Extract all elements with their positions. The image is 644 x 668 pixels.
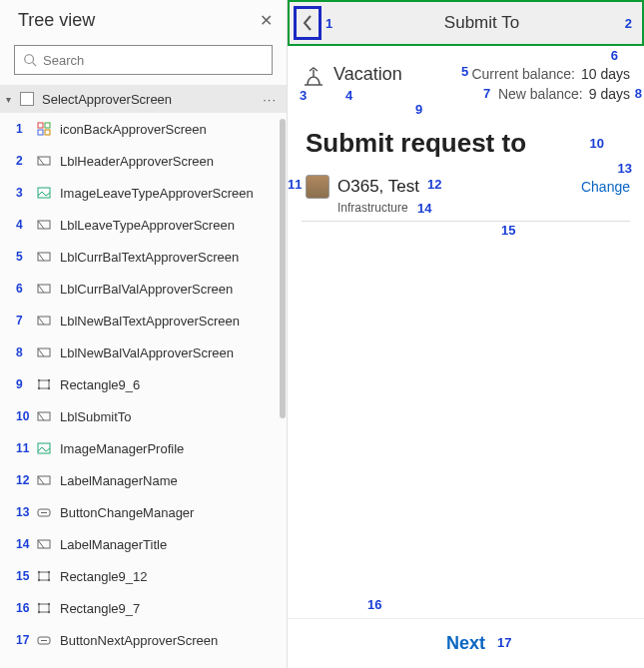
close-icon[interactable]: ✕ <box>260 11 273 30</box>
button-icon <box>36 504 52 520</box>
svg-rect-33 <box>39 572 49 580</box>
annotation: 10 <box>590 136 604 151</box>
annotation: 14 <box>16 537 29 551</box>
svg-point-41 <box>38 611 40 613</box>
tree-item[interactable]: 6LblCurrBalValApproverScreen <box>0 273 287 305</box>
next-label: Next <box>446 633 485 653</box>
label-icon <box>36 249 52 265</box>
svg-rect-2 <box>38 123 43 128</box>
tree-root[interactable]: ▾ SelectApproverScreen ··· <box>0 85 287 113</box>
tree-item-label: LblNewBalTextApproverScreen <box>60 314 240 329</box>
annotation: 3 <box>300 88 307 103</box>
image-icon <box>36 185 52 201</box>
tree-item[interactable]: 16Rectangle9_7 <box>0 592 287 624</box>
annotation: 9 <box>16 377 23 391</box>
search-box[interactable] <box>14 45 273 75</box>
svg-line-16 <box>38 317 44 325</box>
svg-rect-8 <box>38 188 50 198</box>
tree-item[interactable]: 11ImageManagerProfile <box>0 432 287 464</box>
scrollbar-thumb[interactable] <box>280 119 286 418</box>
manager-title: Infrastructure <box>288 201 644 215</box>
svg-line-18 <box>38 348 44 356</box>
label-icon <box>36 344 52 360</box>
svg-rect-9 <box>38 221 50 229</box>
svg-rect-15 <box>38 317 50 325</box>
tree-item[interactable]: 9Rectangle9_6 <box>0 368 287 400</box>
svg-line-1 <box>33 63 37 67</box>
tree-item[interactable]: 17ButtonNextApproverScreen <box>0 624 287 656</box>
label-icon <box>36 472 52 488</box>
tree-body[interactable]: ▾ SelectApproverScreen ··· 1iconBackAppr… <box>0 85 287 668</box>
tree-item[interactable]: 7LblNewBalTextApproverScreen <box>0 305 287 336</box>
svg-rect-17 <box>38 348 50 356</box>
tree-item[interactable]: 8LblNewBalValApproverScreen <box>0 336 287 368</box>
leave-type-label: Vacation <box>333 64 402 85</box>
app-canvas: Submit To 1 2 Vacation Current balance: … <box>288 0 644 668</box>
manager-row: 11 O365, Test 12 Change 13 <box>288 167 644 201</box>
tree-item[interactable]: 14LabelManagerTitle <box>0 528 287 560</box>
search-input[interactable] <box>37 53 264 68</box>
change-button[interactable]: Change <box>581 179 630 195</box>
svg-point-36 <box>38 579 40 581</box>
tree-item-label: ImageManagerProfile <box>60 441 184 456</box>
annotation: 15 <box>16 569 29 583</box>
tree-item-label: LblLeaveTypeApproverScreen <box>60 218 235 233</box>
annotation: 4 <box>345 88 352 103</box>
tree-item[interactable]: 10LblSubmitTo <box>0 400 287 432</box>
tree-item[interactable]: 1iconBackApproverScreen <box>0 113 287 145</box>
tree-item-label: iconBackApproverScreen <box>60 122 207 137</box>
tree-item[interactable]: 12LabelManagerName <box>0 464 287 496</box>
tree-item[interactable]: 15Rectangle9_12 <box>0 560 287 592</box>
svg-point-37 <box>48 579 50 581</box>
image-icon <box>36 440 52 456</box>
tree-header: Tree view ✕ <box>0 0 287 41</box>
chevron-left-icon <box>302 14 314 32</box>
svg-point-42 <box>48 611 50 613</box>
tree-item-label: LblHeaderApproverScreen <box>60 154 214 169</box>
balances-row: Vacation Current balance: 10 days New ba… <box>288 46 644 110</box>
back-button[interactable] <box>294 6 322 40</box>
tree-item-label: ImageLeaveTypeApproverScreen <box>60 186 254 201</box>
tree-item[interactable]: 13ButtonChangeManager <box>0 496 287 528</box>
tree-item[interactable]: 4LblLeaveTypeApproverScreen <box>0 209 287 241</box>
tree-item[interactable]: 3ImageLeaveTypeApproverScreen <box>0 177 287 209</box>
rect-icon <box>36 600 52 616</box>
screen-icon <box>20 92 34 106</box>
label-icon <box>36 217 52 233</box>
curr-bal-value: 10 days <box>581 64 630 84</box>
svg-point-20 <box>38 379 40 381</box>
tree-item-label: Rectangle9_6 <box>60 377 140 392</box>
annotation: 1 <box>16 122 23 136</box>
annotation: 2 <box>16 154 23 168</box>
svg-rect-19 <box>39 380 49 388</box>
svg-point-23 <box>48 387 50 389</box>
label-icon <box>36 408 52 424</box>
annotation: 8 <box>635 86 642 101</box>
annotation: 16 <box>367 597 381 612</box>
tree-item[interactable]: 5LblCurrBalTextApproverScreen <box>0 241 287 273</box>
tree-item[interactable]: 2LblHeaderApproverScreen <box>0 145 287 177</box>
svg-rect-3 <box>45 123 50 128</box>
svg-rect-24 <box>38 412 50 420</box>
tree-item-label: Rectangle9_7 <box>60 601 140 616</box>
annotation: 12 <box>16 473 29 487</box>
svg-rect-4 <box>38 130 43 135</box>
next-button[interactable]: Next 17 <box>288 618 644 668</box>
submit-title: Submit request to 10 <box>288 110 644 167</box>
annotation: 12 <box>427 177 441 192</box>
annotation: 11 <box>288 177 302 192</box>
svg-point-40 <box>48 603 50 605</box>
annotation: 3 <box>16 186 23 200</box>
annotation: 17 <box>497 635 511 650</box>
more-icon[interactable]: ··· <box>263 92 277 107</box>
chevron-down-icon: ▾ <box>6 94 18 105</box>
svg-line-25 <box>38 412 44 420</box>
app-header-bar: Submit To 1 2 <box>288 0 644 46</box>
svg-rect-31 <box>38 540 50 548</box>
annotation: 6 <box>16 282 23 296</box>
label-icon <box>36 313 52 329</box>
svg-rect-38 <box>39 604 49 612</box>
header-title: Submit To <box>322 13 642 33</box>
tree-item-label: LblNewBalValApproverScreen <box>60 345 234 360</box>
search-icon <box>23 53 37 67</box>
